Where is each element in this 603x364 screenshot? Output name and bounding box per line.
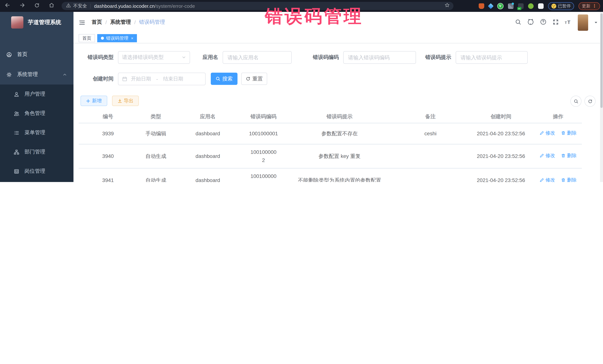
sidebar: 芋道管理系统 首页系统管理用户管理角色管理菜单管理部门管理岗位管理字典管理通知公… [0,12,73,182]
show-search-button[interactable] [570,96,581,107]
app-header: 首页 / 系统管理 / 错误码管理 TT [73,12,603,33]
extension-grid-icon[interactable] [508,3,513,9]
extension-ublock-icon[interactable] [478,3,484,9]
table-row[interactable]: 3941自动生成dashboard1001000003不能删除类型为系统内置的参… [79,168,582,182]
svg-text:T: T [565,21,567,24]
warning-icon [66,3,71,9]
edit-link[interactable]: 修改 [540,176,555,182]
column-header: 创建时间 [468,110,534,123]
back-icon[interactable] [4,2,10,10]
page-scrollbar[interactable] [600,12,603,182]
user-icon [14,91,19,97]
sidebar-item-1[interactable]: 系统管理 [0,65,73,85]
breadcrumb-home[interactable]: 首页 [92,19,102,26]
table-header-row: 编号类型应用名错误码编码错误码提示备注创建时间操作 [79,110,582,123]
github-icon[interactable] [527,19,534,27]
menu-list-icon [14,130,19,135]
sidebar-item-3[interactable]: 角色管理 [0,104,73,123]
bookmark-star-icon[interactable] [445,3,450,9]
security-label[interactable]: 不安全 [73,3,87,9]
cell-remark [393,168,468,182]
cell-type: 自动生成 [137,168,174,182]
sidebar-item-4[interactable]: 菜单管理 [0,123,73,142]
extension-gem-icon[interactable] [487,3,493,9]
system-submenu: 用户管理角色管理菜单管理部门管理岗位管理字典管理通知公告审计日志在线用户短信管理… [0,85,73,182]
add-button[interactable]: 新增 [81,96,107,106]
sidebar-item-7[interactable]: 字典管理 [0,181,73,182]
cell-remark [393,144,468,168]
collapse-menu-icon[interactable] [79,19,85,27]
forward-icon[interactable] [19,2,25,10]
filter-type: 错误码类型 请选择错误码类型 [74,51,190,64]
cell-id: 3940 [79,144,137,168]
error-message-input[interactable] [456,51,528,64]
refresh-button[interactable] [584,96,596,107]
cell-type: 自动生成 [137,144,174,168]
app-title: 芋道管理系统 [28,19,61,26]
chevron-down-icon[interactable] [594,19,598,26]
column-header: 错误码提示 [286,110,393,123]
browser-update-button[interactable]: 更新⋮ [579,2,600,10]
extension-onoff-icon[interactable]: on [518,3,523,9]
breadcrumb-current: 错误码管理 [139,19,165,26]
delete-link[interactable]: 删除 [561,152,577,159]
search-icon[interactable] [515,19,521,26]
profile-avatar-emoji [551,3,556,8]
scrollbar-thumb[interactable] [600,13,603,108]
table-row[interactable]: 3940自动生成dashboard1001000002参数配置 key 重复20… [79,144,582,168]
sidebar-item-6[interactable]: 岗位管理 [0,162,73,181]
browser-chrome: 不安全 dashboard.yudao.iocoder.cn/system/er… [0,0,603,12]
sidebar-item-0[interactable]: 首页 [0,44,73,65]
active-dot-icon [101,37,104,40]
cell-id: 3941 [79,168,137,182]
column-header: 类型 [137,110,174,123]
extension-person-icon[interactable] [528,3,533,9]
filter-code: 错误码编码 [292,51,416,64]
fullscreen-icon[interactable] [553,19,559,26]
table-row[interactable]: 3939手动编辑dashboard1001000001参数配置不存在ceshi2… [79,123,582,144]
cell-id: 3939 [79,123,137,144]
cell-code: 1001000002 [241,144,286,168]
cell-time: 2021-04-20 23:52:56 [468,123,534,144]
extension-v-icon[interactable]: V [497,3,503,9]
browser-menu-icon[interactable]: ⋮ [592,3,597,9]
column-header: 备注 [393,110,468,123]
cell-code: 1001000003 [241,168,286,182]
search-button[interactable]: 搜索 [211,73,237,85]
home-icon[interactable] [49,2,55,10]
breadcrumb-system[interactable]: 系统管理 [110,19,131,26]
url-bar[interactable]: 不安全 dashboard.yudao.iocoder.cn/system/er… [62,2,453,10]
close-tab-icon[interactable]: × [131,36,133,40]
profile-paused-badge[interactable]: 已暂停 [548,2,574,10]
edit-link[interactable]: 修改 [540,129,555,137]
tab-bar: 首页 错误码管理× [73,33,603,43]
tab-home[interactable]: 首页 [79,34,95,42]
font-size-icon[interactable]: TT [565,19,572,26]
url-path: /system/error-code [155,3,195,9]
sidebar-item-5[interactable]: 部门管理 [0,142,73,162]
export-button[interactable]: 导出 [112,96,139,106]
cell-app: dashboard [174,123,241,144]
screen: 不安全 dashboard.yudao.iocoder.cn/system/er… [0,0,603,182]
tab-error-code[interactable]: 错误码管理× [97,34,137,42]
delete-link[interactable]: 删除 [561,129,577,137]
column-header: 错误码编码 [241,110,286,123]
sidebar-menu: 首页系统管理用户管理角色管理菜单管理部门管理岗位管理字典管理通知公告审计日志在线… [0,44,73,182]
cell-app: dashboard [174,144,241,168]
extension-puzzle-icon[interactable] [538,3,544,9]
org-tree-icon [14,149,19,155]
url-host: dashboard.yudao.iocoder.cn [94,3,155,9]
date-range-picker[interactable]: 开始日期 - 结束日期 [118,73,206,85]
app-name-input[interactable] [223,51,292,64]
delete-link[interactable]: 删除 [561,176,577,182]
divider [90,3,90,8]
cell-message: 参数配置 key 重复 [286,144,393,168]
edit-link[interactable]: 修改 [540,152,555,159]
column-header: 编号 [79,110,137,123]
app-logo[interactable]: 芋道管理系统 [0,12,73,33]
user-avatar[interactable] [578,14,588,31]
sidebar-item-2[interactable]: 用户管理 [0,85,73,104]
reset-button[interactable]: 重置 [241,73,267,85]
help-icon[interactable] [540,19,547,27]
reload-icon[interactable] [34,2,40,10]
